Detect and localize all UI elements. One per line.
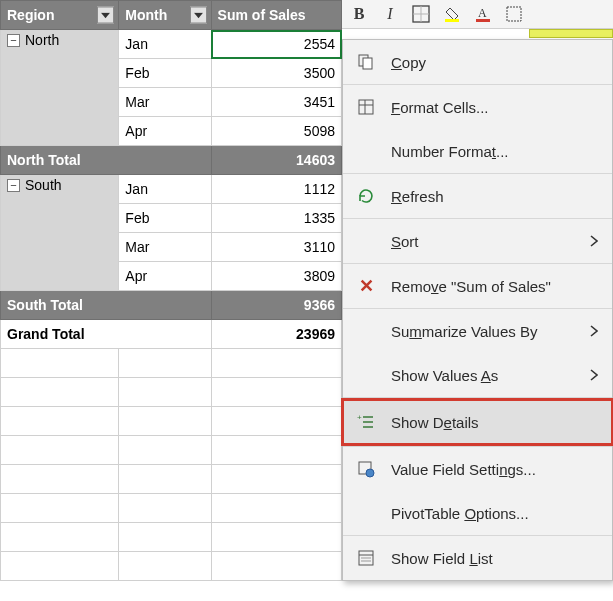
- month-cell[interactable]: Jan: [119, 30, 211, 59]
- svg-text:+: +: [357, 413, 362, 422]
- refresh-icon: [355, 185, 377, 207]
- sales-cell[interactable]: 1335: [211, 204, 341, 233]
- spacer-icon: [355, 230, 377, 252]
- month-cell[interactable]: Apr: [119, 117, 211, 146]
- ctx-pivot-options[interactable]: PivotTable Options...: [343, 491, 612, 535]
- month-cell[interactable]: Jan: [119, 175, 211, 204]
- month-cell[interactable]: Feb: [119, 59, 211, 88]
- month-cell[interactable]: Apr: [119, 262, 211, 291]
- grand-total-label: Grand Total: [1, 320, 212, 349]
- ctx-format-cells[interactable]: Format Cells...: [343, 85, 612, 129]
- pivot-table: Region Month Sum of Sales − North Jan 25…: [0, 0, 342, 581]
- spacer-icon: [355, 502, 377, 524]
- ctx-sort[interactable]: Sort: [343, 219, 612, 263]
- sales-cell-selected[interactable]: 2554: [211, 30, 341, 59]
- svg-rect-5: [476, 19, 490, 22]
- italic-icon[interactable]: I: [379, 3, 401, 25]
- context-menu: Copy Format Cells... Number Format... Re…: [342, 39, 613, 581]
- ctx-label: Number Format...: [391, 143, 598, 160]
- show-details-icon: +: [355, 411, 377, 433]
- svg-text:A: A: [478, 6, 487, 20]
- empty-row[interactable]: [1, 436, 342, 465]
- ctx-show-field-list[interactable]: Show Field List: [343, 536, 612, 580]
- empty-row[interactable]: [1, 407, 342, 436]
- ctx-label: Show Details: [391, 414, 598, 431]
- ctx-label: Sort: [391, 233, 576, 250]
- empty-row[interactable]: [1, 494, 342, 523]
- subtotal-label: South Total: [1, 291, 212, 320]
- remove-icon: ✕: [355, 275, 377, 297]
- month-cell[interactable]: Mar: [119, 88, 211, 117]
- subtotal-value: 14603: [211, 146, 341, 175]
- empty-row[interactable]: [1, 349, 342, 378]
- value-field-settings-icon: [355, 458, 377, 480]
- fill-color-icon[interactable]: [441, 3, 463, 25]
- svg-rect-8: [363, 58, 372, 69]
- ctx-refresh[interactable]: Refresh: [343, 174, 612, 218]
- month-cell[interactable]: Feb: [119, 204, 211, 233]
- collapse-icon[interactable]: −: [7, 179, 20, 192]
- spacer-icon: [355, 364, 377, 386]
- region-cell-north[interactable]: − North: [1, 30, 119, 146]
- subtotal-row-north[interactable]: North Total 14603: [1, 146, 342, 175]
- empty-row[interactable]: [1, 523, 342, 552]
- empty-row[interactable]: [1, 465, 342, 494]
- ctx-label: Format Cells...: [391, 99, 598, 116]
- ctx-number-format[interactable]: Number Format...: [343, 129, 612, 173]
- collapse-icon[interactable]: −: [7, 34, 20, 47]
- ctx-label: Show Values As: [391, 367, 576, 384]
- ctx-label: Value Field Settings...: [391, 461, 598, 478]
- format-cells-icon: [355, 96, 377, 118]
- sales-cell[interactable]: 5098: [211, 117, 341, 146]
- filter-dropdown-icon[interactable]: [190, 7, 207, 24]
- subtotal-row-south[interactable]: South Total 9366: [1, 291, 342, 320]
- ctx-label: PivotTable Options...: [391, 505, 598, 522]
- svg-rect-9: [359, 100, 373, 114]
- table-row[interactable]: − North Jan 2554: [1, 30, 342, 59]
- svg-rect-6: [507, 7, 521, 21]
- accent-highlight: [529, 29, 613, 38]
- header-region-label: Region: [7, 7, 54, 23]
- chevron-right-icon: [590, 325, 598, 337]
- header-region[interactable]: Region: [1, 1, 119, 30]
- empty-row[interactable]: [1, 552, 342, 581]
- sales-cell[interactable]: 3809: [211, 262, 341, 291]
- sales-cell[interactable]: 3451: [211, 88, 341, 117]
- ctx-show-values-as[interactable]: Show Values As: [343, 353, 612, 397]
- spacer-icon: [355, 320, 377, 342]
- ctx-label: Summarize Values By: [391, 323, 576, 340]
- svg-point-17: [366, 469, 374, 477]
- region-label: South: [25, 177, 62, 193]
- subtotal-value: 9366: [211, 291, 341, 320]
- sales-cell[interactable]: 3500: [211, 59, 341, 88]
- month-cell[interactable]: Mar: [119, 233, 211, 262]
- header-month[interactable]: Month: [119, 1, 211, 30]
- region-label: North: [25, 32, 59, 48]
- bold-icon[interactable]: B: [348, 3, 370, 25]
- ctx-summarize[interactable]: Summarize Values By: [343, 309, 612, 353]
- mini-toolbar: B I A: [342, 0, 613, 29]
- empty-row[interactable]: [1, 378, 342, 407]
- more-borders-icon[interactable]: [503, 3, 525, 25]
- ctx-copy[interactable]: Copy: [343, 40, 612, 84]
- header-sales: Sum of Sales: [211, 1, 341, 30]
- copy-icon: [355, 51, 377, 73]
- grand-total-value: 23969: [211, 320, 341, 349]
- ctx-value-field-settings[interactable]: Value Field Settings...: [343, 447, 612, 491]
- ctx-label: Refresh: [391, 188, 598, 205]
- ctx-show-details[interactable]: + Show Details: [343, 398, 612, 446]
- ctx-label: Remove "Sum of Sales": [391, 278, 598, 295]
- header-month-label: Month: [125, 7, 167, 23]
- grand-total-row[interactable]: Grand Total 23969: [1, 320, 342, 349]
- ctx-label: Show Field List: [391, 550, 598, 567]
- font-color-icon[interactable]: A: [472, 3, 494, 25]
- table-row[interactable]: − South Jan 1112: [1, 175, 342, 204]
- borders-icon[interactable]: [410, 3, 432, 25]
- ctx-remove[interactable]: ✕ Remove "Sum of Sales": [343, 264, 612, 308]
- svg-rect-3: [445, 19, 459, 22]
- sales-cell[interactable]: 1112: [211, 175, 341, 204]
- filter-dropdown-icon[interactable]: [97, 7, 114, 24]
- subtotal-label: North Total: [1, 146, 212, 175]
- sales-cell[interactable]: 3110: [211, 233, 341, 262]
- region-cell-south[interactable]: − South: [1, 175, 119, 291]
